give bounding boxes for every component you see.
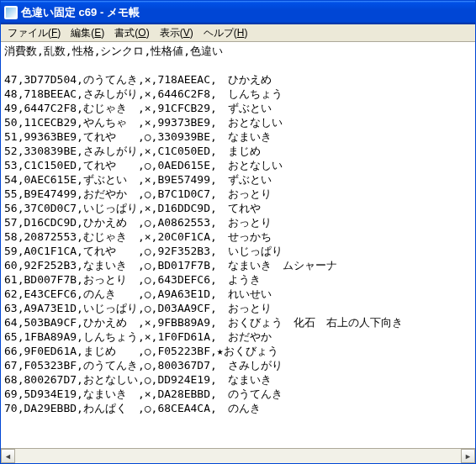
menu-view[interactable]: 表示(V)	[155, 24, 198, 42]
scroll-left-button[interactable]: ◄	[1, 449, 15, 463]
app-icon	[4, 6, 18, 19]
menu-format[interactable]: 書式(O)	[109, 24, 154, 42]
menubar: ファイル(F) 編集(E) 書式(O) 表示(V) ヘルプ(H)	[1, 24, 475, 42]
menu-help[interactable]: ヘルプ(H)	[198, 24, 253, 42]
titlebar[interactable]: 色違い固定 c69 - メモ帳	[1, 1, 475, 24]
text-area[interactable]: 消費数,乱数,性格,シンクロ,性格値,色違い 47,3D77D504,のうてんき…	[1, 42, 475, 448]
menu-edit[interactable]: 編集(E)	[66, 24, 109, 42]
scroll-right-button[interactable]: ►	[461, 449, 475, 463]
horizontal-scrollbar[interactable]: ◄ ►	[1, 448, 475, 463]
notepad-window: 色違い固定 c69 - メモ帳 ファイル(F) 編集(E) 書式(O) 表示(V…	[0, 0, 476, 464]
window-title: 色違い固定 c69 - メモ帳	[21, 5, 140, 20]
scroll-track[interactable]	[15, 449, 461, 463]
menu-file[interactable]: ファイル(F)	[3, 24, 66, 42]
